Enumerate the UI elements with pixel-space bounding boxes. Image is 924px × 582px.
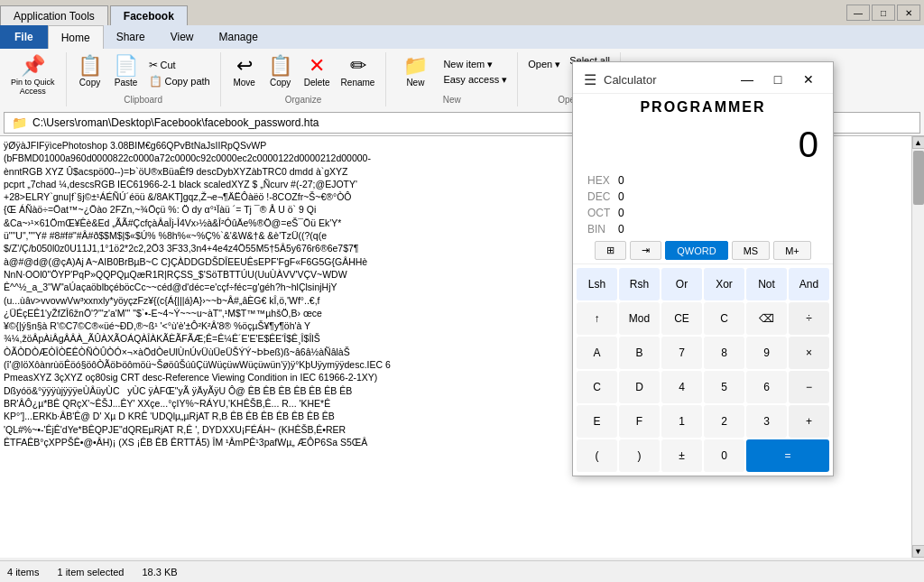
calc-3-btn[interactable]: 3 (746, 405, 787, 438)
hex-label: HEX (587, 174, 614, 187)
calc-4-btn[interactable]: 4 (661, 371, 702, 403)
organize-group: ↩ Move 📋 Copy ✕ Delete ✏ Rename Organize (221, 52, 387, 106)
copy-path-button[interactable]: 📋 Copy path (146, 74, 213, 88)
calc-rsh-btn[interactable]: Rsh (619, 268, 660, 300)
clipboard-group: 📋 Copy 📄 Paste ✂ Cut 📋 Copy path (67, 52, 221, 106)
title-tabs: Application Tools Facebook (0, 0, 189, 25)
calc-add-btn[interactable]: + (789, 405, 829, 438)
calc-c-hex-btn[interactable]: C (577, 371, 617, 403)
copy-path-icon: 📋 (149, 75, 162, 88)
organize-items: ↩ Move 📋 Copy ✕ Delete ✏ Rename (228, 54, 379, 93)
calc-hex-row: HEX 0 (580, 172, 826, 189)
tab-home[interactable]: Home (48, 25, 104, 49)
calc-title-left: ☰ Calculator (584, 71, 657, 88)
move-button[interactable]: ↩ Move (228, 54, 261, 89)
calc-a-btn[interactable]: A (577, 337, 617, 369)
calc-close-button[interactable]: ✕ (795, 69, 822, 89)
calc-function-grid: Lsh Rsh Or Xor Not And ↑ Mod CE C ⌫ ÷ A … (573, 264, 833, 476)
copy-button[interactable]: 📋 Copy (74, 54, 106, 89)
organize-copy-icon: 📋 (268, 56, 292, 76)
calc-dword-button[interactable]: ⊞ (595, 241, 626, 260)
bin-label: BIN (587, 223, 614, 236)
tab-share[interactable]: Share (104, 25, 158, 49)
status-items: 4 items (7, 567, 39, 577)
calc-hex-section: HEX 0 DEC 0 OCT 0 BIN 0 (573, 172, 833, 237)
calc-backspace-btn[interactable]: ⌫ (746, 302, 787, 335)
calc-lsh-btn[interactable]: Lsh (577, 268, 617, 300)
calc-minimize-button[interactable]: — (734, 69, 761, 89)
dec-label: DEC (587, 190, 614, 203)
calc-2-btn[interactable]: 2 (704, 405, 744, 438)
calc-e-btn[interactable]: E (577, 405, 617, 438)
calc-oct-row: OCT 0 (580, 205, 826, 221)
rename-button[interactable]: ✏ Rename (337, 54, 379, 89)
calc-sub-btn[interactable]: − (789, 371, 829, 403)
delete-button[interactable]: ✕ Delete (300, 54, 334, 89)
rename-icon: ✏ (350, 56, 366, 76)
pin-to-quick-button[interactable]: 📌 Pin to QuickAccess (7, 54, 59, 97)
calculator-window: ☰ Calculator — □ ✕ PROGRAMMER 0 HEX 0 DE… (572, 61, 834, 476)
scissors-icon: ✂ (149, 59, 158, 71)
new-folder-button[interactable]: 📁 New (393, 54, 437, 89)
oct-value: 0 (618, 207, 645, 219)
calc-9-btn[interactable]: 9 (746, 337, 787, 369)
new-group: 📁 New New item ▾ Easy access ▾ New (386, 52, 518, 106)
calc-d-btn[interactable]: D (619, 371, 660, 403)
open-button[interactable]: Open ▾ (525, 58, 563, 71)
calc-ce-btn[interactable]: CE (661, 302, 702, 335)
calc-5-btn[interactable]: 5 (704, 371, 744, 403)
ribbon-tabs: File Home Share View Manage (0, 25, 924, 49)
calc-b-btn[interactable]: B (619, 337, 660, 369)
new-folder-icon: 📁 (403, 56, 428, 76)
bin-value: 0 (618, 223, 645, 236)
calc-xor-btn[interactable]: Xor (704, 268, 744, 300)
tab-facebook[interactable]: Facebook (110, 5, 188, 25)
calc-and-btn[interactable]: And (789, 268, 829, 300)
calc-lsh-button[interactable]: ⇥ (630, 241, 661, 260)
calc-uparrow-btn[interactable]: ↑ (577, 302, 617, 335)
new-item-button[interactable]: New item ▾ (440, 58, 510, 71)
paste-button[interactable]: 📄 Paste (110, 54, 143, 89)
tab-manage[interactable]: Manage (207, 25, 271, 49)
scroll-down-button[interactable]: ▼ (912, 545, 925, 558)
calc-maximize-button[interactable]: □ (764, 69, 791, 89)
tab-view[interactable]: View (158, 25, 207, 49)
maximize-button[interactable]: □ (872, 5, 895, 21)
scroll-up-button[interactable]: ▲ (912, 136, 925, 149)
organize-copy-button[interactable]: 📋 Copy (264, 54, 297, 89)
calc-dec-row: DEC 0 (580, 189, 826, 205)
scrollbar-vertical[interactable]: ▲ ▼ (911, 136, 924, 558)
calc-ms-button[interactable]: MS (732, 241, 771, 260)
calc-div-btn[interactable]: ÷ (789, 302, 829, 335)
calc-not-btn[interactable]: Not (746, 268, 787, 300)
move-icon: ↩ (236, 56, 253, 76)
calc-equals-btn[interactable]: = (746, 439, 829, 472)
calc-menu-icon[interactable]: ☰ (584, 71, 596, 88)
calc-or-btn[interactable]: Or (661, 268, 702, 300)
calc-mode-label: PROGRAMMER (573, 94, 833, 121)
oct-label: OCT (587, 207, 614, 219)
calc-mplus-button[interactable]: M+ (773, 241, 811, 260)
new-items: 📁 New New item ▾ Easy access ▾ (393, 54, 510, 93)
easy-access-button[interactable]: Easy access ▾ (440, 73, 510, 87)
calc-qword-button[interactable]: QWORD (665, 241, 727, 260)
calc-6-btn[interactable]: 6 (746, 371, 787, 403)
calc-sign-btn[interactable]: ± (661, 439, 702, 472)
calc-1-btn[interactable]: 1 (661, 405, 702, 438)
calc-f-btn[interactable]: F (619, 405, 660, 438)
calc-mul-btn[interactable]: × (789, 337, 829, 369)
tab-application-tools[interactable]: Application Tools (0, 5, 108, 25)
calc-7-btn[interactable]: 7 (661, 337, 702, 369)
calc-mod-btn[interactable]: Mod (619, 302, 660, 335)
calc-rparen-btn[interactable]: ) (619, 439, 660, 472)
calc-8-btn[interactable]: 8 (704, 337, 744, 369)
minimize-button[interactable]: — (846, 5, 870, 21)
scroll-thumb[interactable] (913, 151, 924, 205)
cut-button[interactable]: ✂ Cut (146, 58, 213, 72)
tab-file[interactable]: File (0, 25, 48, 49)
calc-lparen-btn[interactable]: ( (577, 439, 617, 472)
close-button[interactable]: ✕ (897, 5, 920, 21)
calc-0-btn[interactable]: 0 (704, 439, 744, 472)
calc-c-btn[interactable]: C (704, 302, 744, 335)
title-bar: Application Tools Facebook — □ ✕ (0, 0, 924, 25)
